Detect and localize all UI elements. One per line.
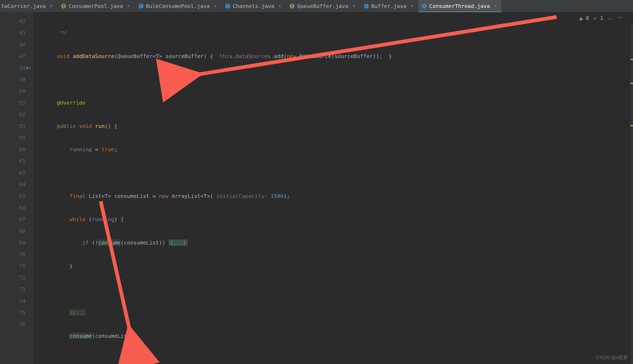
- code-text: T: [105, 193, 108, 199]
- code-text: this: [219, 53, 232, 59]
- check-count: 1: [600, 15, 603, 21]
- line-number: 59: [0, 132, 25, 144]
- code-text: ArrayList: [172, 193, 200, 199]
- code-text: //...: [69, 309, 85, 316]
- code-text: consumeList: [114, 193, 149, 199]
- editor-tabs: taCarrier.java × I ConsumerPool.java × C…: [0, 0, 633, 12]
- line-number: 75: [0, 307, 25, 318]
- check-icon: ✔: [594, 15, 597, 21]
- tab-label: ConsumerThread.java: [429, 3, 490, 9]
- line-number: 68: [0, 225, 25, 237]
- inspections-widget[interactable]: ▲ 8 ✔ 1 ︿ ﹀: [579, 15, 622, 21]
- code-text: consume: [98, 239, 121, 246]
- line-number: 65: [0, 190, 25, 202]
- line-number: 70: [0, 248, 25, 260]
- code-text: consumeList: [124, 239, 159, 246]
- chevron-up-icon[interactable]: ︿: [608, 15, 613, 21]
- code-text: */: [60, 30, 66, 36]
- code-text: consume: [69, 333, 92, 339]
- warning-count: 8: [586, 15, 589, 21]
- tab-consumerpool[interactable]: I ConsumerPool.java ×: [58, 0, 135, 12]
- code-text: if: [82, 239, 89, 246]
- tab-consumerthread[interactable]: C ConsumerThread.java ×: [418, 0, 502, 12]
- code-text: T: [156, 53, 159, 59]
- tab-queuebuffer[interactable]: I QueueBuffer.java ×: [286, 0, 360, 12]
- close-icon[interactable]: ×: [411, 3, 413, 8]
- warning-icon: ▲: [579, 15, 583, 21]
- code-text: void: [79, 123, 92, 129]
- line-number: 50: [0, 85, 25, 97]
- warning-marker[interactable]: [630, 59, 633, 60]
- code-text: while: [69, 216, 85, 223]
- code-text: T: [204, 193, 207, 199]
- class-icon: C: [139, 4, 143, 8]
- code-text: sourceBuffer: [165, 53, 204, 59]
- interface-icon: I: [61, 4, 66, 8]
- line-number: 74: [0, 295, 25, 307]
- tab-label: BulkConsumePool.java: [146, 3, 210, 9]
- line-number: 64: [0, 179, 25, 190]
- line-number: 49: [0, 74, 25, 85]
- folded-code[interactable]: {...}: [169, 239, 188, 246]
- close-icon[interactable]: ×: [494, 3, 497, 8]
- line-number: 63: [0, 167, 25, 179]
- code-text: void: [57, 53, 69, 59]
- code-text: List: [89, 193, 102, 199]
- warning-marker[interactable]: [630, 125, 633, 126]
- code-text: DataSource: [299, 53, 331, 59]
- tab-tacarrier[interactable]: taCarrier.java ×: [0, 0, 58, 12]
- code-area[interactable]: */ void addDataSource(QueueBuffer<T> sou…: [33, 12, 633, 364]
- line-number: 48: [0, 62, 25, 74]
- tab-label: Buffer.java: [371, 3, 406, 9]
- watermark: CSDN @it噩梦: [596, 354, 628, 361]
- gutter: 42 43 46 47 48 49 50 51 52 53 59 60 61 6…: [0, 12, 33, 364]
- class-icon: C: [422, 4, 427, 8]
- error-stripe[interactable]: [630, 24, 633, 364]
- chevron-down-icon[interactable]: ﹀: [618, 15, 622, 21]
- line-number: 60: [0, 144, 25, 155]
- line-number: 69: [0, 237, 25, 248]
- code-text: 1500: [271, 193, 283, 199]
- code-text: @Override: [57, 100, 85, 106]
- close-icon[interactable]: ×: [50, 3, 53, 8]
- line-number: 72: [0, 272, 25, 283]
- line-number: 51: [0, 97, 25, 109]
- interface-icon: I: [290, 4, 294, 8]
- close-icon[interactable]: ×: [214, 3, 217, 8]
- line-number: 61: [0, 155, 25, 167]
- close-icon[interactable]: ×: [353, 3, 355, 8]
- code-text: true: [102, 146, 114, 153]
- tab-channels[interactable]: C Channels.java ×: [222, 0, 286, 12]
- override-gutter-icon[interactable]: ◉↑: [26, 62, 31, 74]
- code-text: initialCapacity:: [213, 193, 271, 199]
- code-text: public: [57, 123, 76, 129]
- line-number: 67: [0, 214, 25, 225]
- code-text: running: [69, 146, 92, 153]
- code-text: addDataSource: [73, 53, 114, 59]
- code-text: new: [159, 193, 169, 199]
- code-text: dataSources: [236, 53, 271, 59]
- line-number: 76: [0, 318, 25, 330]
- code-text: consumeList: [95, 333, 130, 339]
- tab-buffer[interactable]: C Buffer.java ×: [360, 0, 418, 12]
- code-text: run: [95, 123, 105, 129]
- line-number: 71: [0, 260, 25, 272]
- close-icon[interactable]: ×: [279, 3, 281, 8]
- close-icon[interactable]: ×: [127, 3, 130, 8]
- line-number: 73: [0, 283, 25, 295]
- code-editor[interactable]: 42 43 46 47 48 49 50 51 52 53 59 60 61 6…: [0, 12, 633, 364]
- tab-label: QueueBuffer.java: [297, 3, 348, 9]
- tab-label: ConsumerPool.java: [69, 3, 123, 9]
- tab-label: Channels.java: [233, 3, 274, 9]
- class-icon: C: [225, 4, 230, 8]
- code-text: QueueBuffer: [117, 53, 152, 59]
- code-text: sourceBuffer: [335, 53, 373, 59]
- tab-bulkconsumepool[interactable]: C BulkConsumePool.java ×: [135, 0, 222, 12]
- warning-marker[interactable]: [630, 83, 633, 84]
- line-number: 43: [0, 27, 25, 39]
- code-text: running: [92, 216, 114, 223]
- line-number: 52: [0, 109, 25, 120]
- line-number: 53: [0, 120, 25, 132]
- line-number: 47: [0, 50, 25, 62]
- code-text: final: [69, 193, 85, 199]
